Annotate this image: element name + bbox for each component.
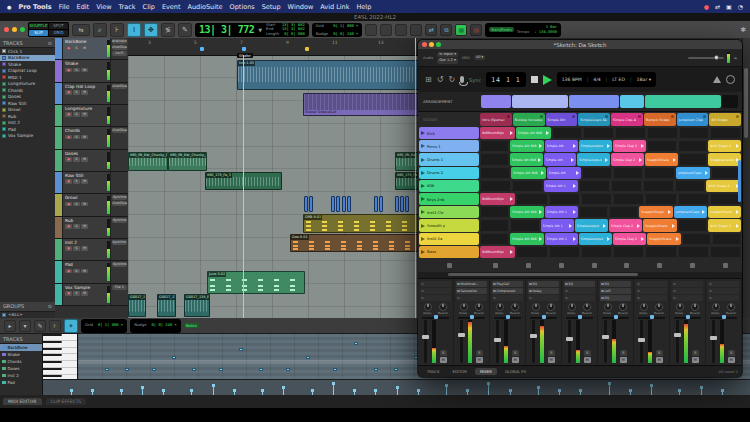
volume-fader[interactable]	[532, 320, 535, 363]
grid-nudge-display[interactable]: Grid0| 1| 000 ▾Nudge0| 0| 240 ▾	[312, 23, 363, 37]
pencil-tool[interactable]: ✎	[178, 23, 192, 37]
plugin-slot-empty[interactable]	[420, 281, 451, 287]
track-header-chords[interactable]: Chords●SMOverDue	[55, 127, 128, 149]
mute-button[interactable]: M	[81, 90, 88, 95]
velocity-stem[interactable]	[312, 390, 313, 396]
loop-cell-empty[interactable]	[609, 206, 638, 218]
velocity-stem[interactable]	[283, 387, 284, 396]
loop-cell[interactable]: 808BoomBips	[480, 246, 515, 258]
scene-header[interactable]: Buildup Increase	[513, 113, 545, 126]
strip-solo-button[interactable]: S	[584, 350, 591, 356]
midi-lcd-nudge[interactable]: Nudge0| 0| 240 ▾	[130, 319, 181, 333]
midi-note[interactable]	[239, 348, 243, 351]
ll-tab-editor[interactable]: EDITOR	[447, 368, 471, 375]
reverb-knob[interactable]	[583, 303, 591, 311]
arrangement-section-1[interactable]	[512, 95, 568, 108]
loop-cell-empty[interactable]	[552, 127, 583, 139]
mode-grid[interactable]: GRID	[49, 30, 68, 36]
loop-cell-empty[interactable]	[645, 193, 676, 205]
strip-solo-button[interactable]: S	[728, 350, 735, 356]
clip[interactable]: 860_Mt_Kat_Chunky_Dist-02	[128, 152, 168, 171]
minimize-button[interactable]	[12, 27, 17, 32]
loop-cell[interactable]: Simple Clap 2	[609, 219, 642, 231]
strip-solo-button[interactable]: S	[692, 350, 699, 356]
plugin-slot-empty[interactable]	[420, 288, 451, 294]
loop-cell[interactable]: Orch Snaps 2	[706, 180, 741, 192]
ll-row-label-drums-1[interactable]: Drums 1	[419, 153, 479, 165]
delay-knob[interactable]	[424, 303, 432, 311]
loop-cell[interactable]: SnappValveGro	[708, 153, 741, 165]
loop-cell-empty[interactable]	[480, 153, 509, 165]
loop-cell-empty[interactable]	[549, 193, 580, 205]
session-display[interactable]: Bars|Beats1 BarTempo♩ 136.0000	[485, 23, 561, 37]
midi-mini-clip[interactable]	[400, 196, 404, 212]
loop-cell-empty[interactable]	[643, 180, 674, 192]
midi-mini-clip[interactable]	[331, 196, 335, 212]
plugin-slot[interactable]: Delay	[528, 288, 559, 294]
loop-cell-empty[interactable]	[647, 140, 676, 152]
strip-solo-button[interactable]: S	[440, 350, 447, 356]
loop-cell[interactable]: Simple Clap 2	[611, 153, 644, 165]
mute-button[interactable]: M	[81, 202, 88, 207]
velocity-stem[interactable]	[121, 390, 122, 396]
loop-cell-empty[interactable]	[678, 140, 707, 152]
insert-chip[interactable]: OverDue	[112, 201, 127, 206]
ll-tab-track[interactable]: TRACK	[422, 368, 444, 375]
velocity-stem[interactable]	[510, 390, 511, 396]
loop-cell-empty[interactable]	[710, 246, 741, 258]
menu-item-window[interactable]: Window	[288, 3, 314, 11]
plugin-slot[interactable]: EQ	[528, 281, 559, 287]
plugin-slot[interactable]: Multimod…	[456, 281, 487, 287]
mute-button[interactable]: M	[81, 269, 88, 274]
midi-mini-clip[interactable]	[395, 196, 399, 212]
plugin-slot-empty[interactable]	[528, 295, 559, 301]
delay-knob[interactable]	[496, 303, 504, 311]
plugin-slot-empty[interactable]	[636, 295, 667, 301]
mute-button[interactable]: M	[81, 224, 88, 229]
toolbar-button-0[interactable]	[365, 24, 377, 36]
loop-cell-empty[interactable]	[579, 180, 610, 192]
velocity-stem[interactable]	[446, 385, 447, 396]
loop-cell-empty[interactable]	[675, 180, 706, 192]
cells-grid-icon[interactable]: ⊞	[425, 76, 432, 84]
track-header-shake[interactable]: Shake●SM	[55, 60, 128, 82]
loop-cell-empty[interactable]	[510, 219, 539, 231]
delay-knob[interactable]	[604, 303, 612, 311]
loop-cell-empty[interactable]	[480, 206, 509, 218]
ll-position-display[interactable]: 14 1 1	[486, 72, 525, 87]
loop-cell-empty[interactable]	[712, 233, 741, 245]
mirrored-edit-button[interactable]: ⇄	[425, 24, 437, 36]
strip-solo-button[interactable]: S	[476, 350, 483, 356]
midi-note[interactable]	[354, 342, 358, 345]
metronome-icon[interactable]	[713, 76, 721, 83]
midi-lcd-grid[interactable]: Grid0| 1| 000 ▾	[81, 319, 127, 333]
loop-cell[interactable]: Orch Snaps 3	[708, 219, 741, 231]
plugin-slot-empty[interactable]	[672, 295, 703, 301]
ll-row-label-smooth-y[interactable]: Smooth y	[419, 219, 479, 231]
stop-button[interactable]	[531, 76, 538, 83]
loop-cell-empty[interactable]	[678, 246, 709, 258]
midi-tool-1[interactable]: ▾	[19, 320, 31, 332]
record-enable-button[interactable]: ●	[65, 68, 72, 73]
loop-cell[interactable]: Simple 4th 808	[510, 233, 543, 245]
loop-cell[interactable]: SnappinSnare	[643, 219, 676, 231]
scene-header[interactable]: Bumpin Snaps	[644, 113, 676, 126]
stop-cell-8[interactable]	[709, 263, 741, 268]
midi-mini-clip[interactable]	[374, 196, 378, 212]
volume-knob[interactable]	[714, 55, 719, 60]
loop-cell[interactable]: SimpleLoops4	[579, 140, 612, 152]
velocity-stem[interactable]	[142, 387, 143, 396]
loop-cell[interactable]: Simple 4th 1	[545, 206, 578, 218]
ll-titlebar[interactable]: *Sketch: Da Sketch	[418, 40, 742, 49]
loop-cell-empty[interactable]	[613, 246, 644, 258]
record-enable-button[interactable]: ●	[65, 135, 72, 140]
loop-cell-empty[interactable]	[711, 167, 741, 179]
loop-cell[interactable]: SnappinSnaps	[639, 206, 672, 218]
loop-cell-empty[interactable]	[512, 180, 543, 192]
loop-cell[interactable]: 808BoomBips	[480, 193, 515, 205]
pan-slider[interactable]	[422, 317, 449, 319]
clip[interactable]: Juno 3-02	[207, 271, 305, 294]
pan-slider[interactable]	[638, 317, 665, 319]
midi-track-item[interactable]: Inst 2	[0, 372, 42, 379]
counter-unit-icon[interactable]: ▼	[258, 27, 262, 33]
